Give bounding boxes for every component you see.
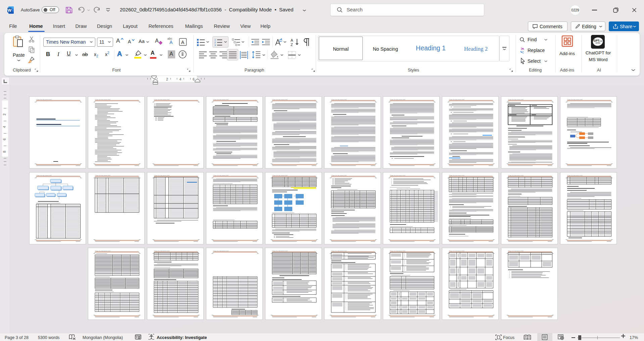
svg-text:[Type the document title]: [Type the document title] [449, 99, 465, 100]
svg-text:A: A [181, 40, 185, 45]
svg-text:[Type the document title]: [Type the document title] [449, 174, 465, 176]
svg-text:2: 2 [214, 41, 216, 44]
svg-text:WORD: WORD [595, 42, 600, 44]
svg-text:[Type the document title]: [Type the document title] [154, 174, 170, 176]
svg-text:[Type the document title]: [Type the document title] [95, 250, 111, 252]
svg-text:[Type the document title]: [Type the document title] [449, 250, 465, 252]
svg-text:[Type the document title]: [Type the document title] [36, 99, 52, 100]
svg-text:[Type the document title]: [Type the document title] [331, 174, 347, 176]
svg-text:[Type the document title]: [Type the document title] [154, 250, 170, 252]
svg-text:3: 3 [214, 44, 216, 46]
svg-text:[Type the document title]: [Type the document title] [508, 174, 524, 176]
svg-text:W: W [8, 8, 12, 13]
svg-text:[Type the document title]: [Type the document title] [390, 99, 406, 100]
svg-text:[Type the document title]: [Type the document title] [508, 99, 524, 100]
svg-text:[Type the document title]: [Type the document title] [272, 250, 288, 252]
svg-text:[Type the document title]: [Type the document title] [213, 250, 229, 252]
svg-text:[Type the document title]: [Type the document title] [331, 99, 347, 100]
svg-text:[Type the document title]: [Type the document title] [154, 99, 170, 100]
svg-text:[Type the document title]: [Type the document title] [508, 250, 524, 252]
svg-text:[Type the document title]: [Type the document title] [567, 99, 583, 100]
svg-text:[Type the document title]: [Type the document title] [272, 99, 288, 100]
svg-text:1: 1 [214, 39, 216, 41]
svg-text:[Type the document title]: [Type the document title] [213, 99, 229, 100]
svg-text:[Type the document title]: [Type the document title] [36, 174, 52, 176]
svg-text:[Type the document title]: [Type the document title] [331, 250, 347, 252]
svg-text:[Type the document title]: [Type the document title] [272, 174, 288, 176]
svg-text:[Type the document title]: [Type the document title] [567, 174, 583, 176]
svg-text:[Type the document title]: [Type the document title] [390, 174, 406, 176]
svg-text:A: A [291, 38, 293, 42]
svg-text:[Type the document title]: [Type the document title] [95, 174, 111, 176]
svg-text:c: c [522, 50, 524, 54]
svg-text:[Type the document title]: [Type the document title] [95, 99, 111, 100]
svg-text:Z: Z [291, 43, 293, 47]
svg-text:[Type the document title]: [Type the document title] [390, 250, 406, 252]
svg-text:[Type the document title]: [Type the document title] [213, 174, 229, 176]
